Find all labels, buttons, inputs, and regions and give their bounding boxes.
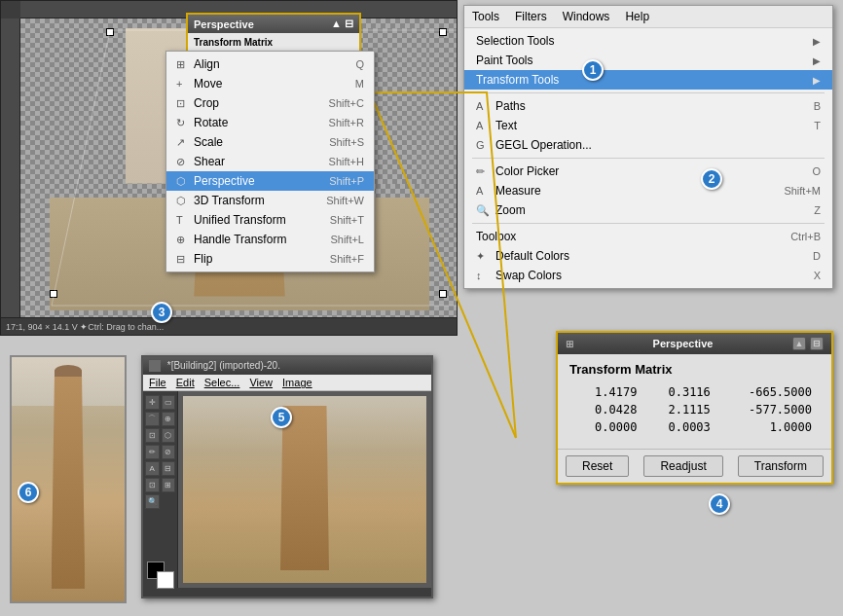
tool-text[interactable]: A (145, 461, 160, 476)
background-color[interactable] (157, 571, 174, 589)
matrix-cell-00: 1.4179 (571, 384, 642, 400)
reset-button[interactable]: Reset (566, 455, 629, 477)
perspective-dialog-title: Perspective (573, 338, 792, 349)
submenu-rotate[interactable]: ↻ Rotate Shift+R (166, 113, 374, 132)
dialog-expand-icon[interactable]: ⊟ (810, 337, 824, 350)
submenu-move[interactable]: + Move M (166, 74, 374, 93)
tool-row-5: A ⊟ (145, 461, 175, 476)
3d-transform-icon: ⬡ (176, 195, 194, 207)
gimp-canvas-tower (280, 406, 329, 570)
matrix-cell-10: 0.0428 (571, 402, 642, 417)
menu-item-toolbox[interactable]: Toolbox Ctrl+B (464, 227, 832, 246)
gimp-menu-file[interactable]: File (149, 377, 166, 388)
menu-item-measure[interactable]: A Measure Shift+M (464, 181, 832, 200)
menu-item-text[interactable]: A Text T (464, 116, 832, 135)
perspective-dialog-body: Transform Matrix 1.4179 0.3116 -665.5000… (558, 354, 831, 445)
tool-paint[interactable]: ✏ (145, 445, 160, 459)
gimp-menu-select[interactable]: Selec... (204, 377, 240, 388)
menu-windows[interactable]: Windows (563, 9, 610, 24)
badge-2: 2 (701, 168, 722, 190)
gimp-menubar: File Edit Selec... View Image (143, 375, 431, 391)
menu-help[interactable]: Help (625, 9, 649, 24)
submenu-3d-transform[interactable]: ⬡ 3D Transform Shift+W (166, 191, 374, 210)
tool-fill[interactable]: ⊟ (162, 461, 176, 476)
gimp-window-bottom[interactable]: *[Building2] (imported)-20. File Edit Se… (141, 355, 433, 598)
badge-5: 5 (271, 407, 292, 428)
tool-eye[interactable]: ⊡ (145, 478, 160, 492)
submenu-handle-transform[interactable]: ⊕ Handle Transform Shift+L (166, 230, 374, 249)
dialog-minimize-icon[interactable]: ▲ (792, 337, 806, 350)
canvas-dialog-title: Perspective ▲ ⊟ (188, 15, 359, 33)
tool-row-3: ⊡ ⬡ (145, 428, 175, 443)
badge-6: 6 (18, 482, 39, 503)
submenu-scale[interactable]: ↗ Scale Shift+S (166, 132, 374, 152)
matrix-cell-22: 1.0000 (718, 419, 818, 435)
submenu-flip[interactable]: ⊟ Flip Shift+F (166, 249, 374, 269)
matrix-cell-02: -665.5000 (718, 384, 818, 400)
transform-button[interactable]: Transform (738, 455, 824, 477)
scale-icon: ↗ (176, 136, 194, 149)
readjust-button[interactable]: Readjust (643, 455, 722, 477)
submenu-align[interactable]: ⊞ Align Q (166, 54, 374, 74)
tool-cross[interactable]: ✛ (145, 395, 160, 410)
menu-item-zoom[interactable]: 🔍 Zoom Z (464, 200, 832, 220)
menu-item-selection-tools[interactable]: Selection Tools ▶ (464, 31, 832, 51)
tower-photo (10, 355, 127, 603)
transform-submenu[interactable]: ⊞ Align Q + Move M ⊡ Crop Shift+C ↻ Rota… (165, 51, 375, 272)
menu-item-gegl[interactable]: G GEGL Operation... (464, 135, 832, 155)
tool-measure[interactable]: ⊞ (162, 478, 176, 492)
canvas-statusbar: 17:1, 904 × 14.1 V ✦Ctrl: Drag to chan..… (1, 317, 457, 335)
tool-row-6: ⊡ ⊞ (145, 478, 175, 492)
dialog-title-icons: ▲ ⊟ (792, 337, 824, 350)
window-icon (149, 360, 161, 372)
tools-menu[interactable]: Tools Filters Windows Help Selection Too… (463, 5, 833, 289)
menu-item-paint-tools[interactable]: Paint Tools ▶ (464, 51, 832, 70)
gimp-canvas-image (183, 396, 426, 583)
handle-transform-icon: ⊕ (176, 234, 194, 246)
gimp-bottom-canvas (178, 391, 431, 588)
gimp-menu-view[interactable]: View (249, 377, 273, 388)
submenu-shear[interactable]: ⊘ Shear Shift+H (166, 152, 374, 171)
menu-separator-3 (472, 223, 825, 224)
menu-item-swap-colors[interactable]: ↕ Swap Colors X (464, 266, 832, 285)
submenu-perspective[interactable]: ⬡ Perspective Shift+P (166, 171, 374, 191)
matrix-row-2: 0.0000 0.0003 1.0000 (571, 419, 818, 435)
perspective-dialog-main: ⊞ Perspective ▲ ⊟ Transform Matrix 1.417… (556, 331, 833, 485)
canvas-dialog-title-text: Perspective (194, 18, 254, 30)
tool-row-4: ✏ ⊘ (145, 445, 175, 459)
tool-transform[interactable]: ⬡ (162, 428, 176, 443)
gimp-toolbox: ✛ ▭ ⌒ ⊕ ⊡ ⬡ ✏ ⊘ A ⊟ ⊡ ⊞ (143, 391, 178, 588)
menu-filters[interactable]: Filters (515, 9, 547, 24)
badge-4: 4 (709, 493, 730, 515)
matrix-row-0: 1.4179 0.3116 -665.5000 (571, 384, 818, 400)
gimp-menu-image[interactable]: Image (282, 377, 312, 388)
menu-tools[interactable]: Tools (472, 9, 499, 24)
menu-separator-1 (472, 92, 825, 93)
perspective-dialog-titlebar: ⊞ Perspective ▲ ⊟ (558, 333, 831, 354)
menu-item-paths[interactable]: A Paths B (464, 96, 832, 116)
ruler-left (1, 18, 20, 335)
transform-handle-bl[interactable] (50, 290, 57, 298)
transform-handle-tl[interactable] (106, 28, 114, 36)
tool-row-1: ✛ ▭ (145, 395, 175, 410)
transform-handle-tr[interactable] (439, 28, 447, 36)
menu-item-color-picker[interactable]: ✏ Color Picker O (464, 162, 832, 181)
matrix-cell-20: 0.0000 (571, 419, 642, 435)
submenu-crop[interactable]: ⊡ Crop Shift+C (166, 93, 374, 113)
tool-fuzzy[interactable]: ⊕ (162, 412, 176, 426)
badge-3: 3 (151, 302, 172, 323)
menu-item-transform-tools[interactable]: Transform Tools ▶ (464, 70, 832, 90)
tool-path[interactable]: ⊘ (162, 445, 176, 459)
perspective-icon: ⬡ (176, 175, 194, 188)
menu-body: Selection Tools ▶ Paint Tools ▶ Transfor… (464, 28, 832, 288)
tool-crop-bottom[interactable]: ⊡ (145, 428, 160, 443)
transform-handle-br[interactable] (439, 290, 447, 298)
menu-item-default-colors[interactable]: ✦ Default Colors D (464, 246, 832, 266)
gimp-menu-edit[interactable]: Edit (176, 377, 195, 388)
tool-lasso[interactable]: ⌒ (145, 412, 160, 426)
submenu-unified-transform[interactable]: T Unified Transform Shift+T (166, 210, 374, 230)
tool-select-rect[interactable]: ▭ (162, 395, 176, 410)
perspective-dialog-buttons: Reset Readjust Transform (558, 449, 831, 483)
unified-transform-icon: T (176, 214, 194, 226)
tool-zoom-bottom[interactable]: 🔍 (145, 494, 160, 509)
